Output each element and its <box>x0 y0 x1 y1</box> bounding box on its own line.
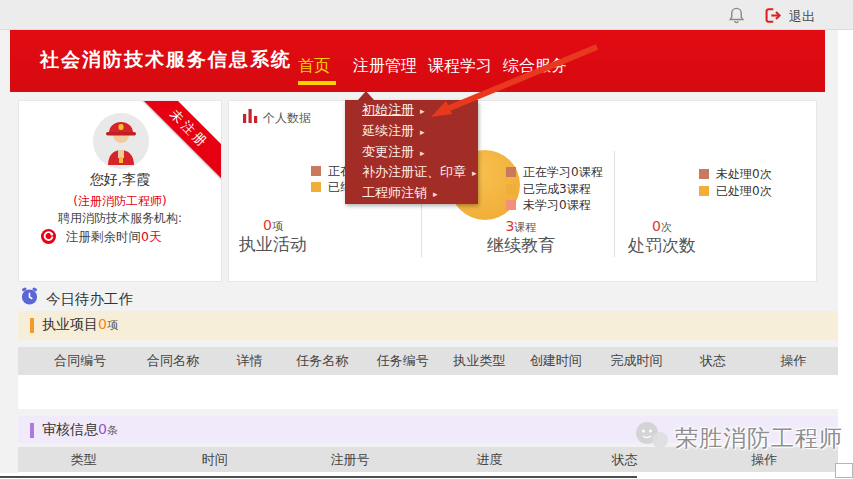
nav-registration[interactable]: 注册管理 <box>353 56 417 77</box>
practice-table-header: 合同编号 合同名称 详情 任务名称 任务编号 执业类型 创建时间 完成时间 状态… <box>18 347 838 375</box>
penalty-label: 处罚次数 <box>582 234 742 257</box>
practice-table-empty-body <box>18 375 838 409</box>
nav-comprehensive-service[interactable]: 综合服务 <box>503 56 567 77</box>
continuing-education-count: 3课程 <box>461 218 581 235</box>
bar-chart-icon <box>243 108 258 127</box>
remaining-time-label: 注册剩余时间 <box>66 229 141 244</box>
watermark: 荣胜消防工程师 <box>634 421 843 455</box>
legend-label: 未学习0课程 <box>523 198 591 212</box>
legend-swatch <box>311 182 321 192</box>
avatar <box>93 113 149 169</box>
col-header: 时间 <box>149 451 280 469</box>
col-header: 完成时间 <box>596 352 677 370</box>
legend-swatch <box>506 200 516 210</box>
legend-swatch <box>699 169 709 179</box>
bottom-border-line <box>0 476 637 478</box>
legend-item: 已完成3课程 <box>506 181 591 198</box>
registration-dropdown-menu: 初始注册▸ 延续注册▸ 变更注册▸ 补办注册证、印章▸ 工程师注销▸ <box>345 100 478 204</box>
submenu-arrow-icon: ▸ <box>433 189 438 199</box>
menu-item-change-registration[interactable]: 变更注册▸ <box>345 142 478 163</box>
legend-label: 已完成3课程 <box>523 182 591 196</box>
user-greeting: 您好,李霞 <box>19 171 221 189</box>
legend-swatch <box>699 186 709 196</box>
todo-section-title: 今日待办工作 <box>46 290 133 309</box>
legend-item: 未处理0次 <box>699 166 772 183</box>
profile-card: 未注册 您好,李霞 (注册消防工程师) 聘用消防技术服务机构: 注册剩余时间0天 <box>18 100 222 282</box>
bottom-right-corner-box <box>835 463 853 478</box>
col-header: 类型 <box>18 451 149 469</box>
legend-swatch <box>506 167 516 177</box>
penalty-count: 0次 <box>602 218 722 235</box>
accent-bar <box>30 318 34 333</box>
watermark-text: 荣胜消防工程师 <box>675 423 843 454</box>
legend-swatch <box>506 184 516 194</box>
submenu-arrow-icon: ▸ <box>472 168 477 178</box>
menu-item-renewal-registration[interactable]: 延续注册▸ <box>345 121 478 142</box>
nav-course-study[interactable]: 课程学习 <box>428 56 492 77</box>
remaining-time-value: 0天 <box>141 229 161 244</box>
col-header: 合同编号 <box>32 352 129 370</box>
col-header: 合同名称 <box>129 352 218 370</box>
practice-projects-band: 执业项目0项 <box>18 311 838 340</box>
menu-item-engineer-cancellation[interactable]: 工程师注销▸ <box>345 183 478 204</box>
continuing-education-label: 继续教育 <box>441 234 601 257</box>
logout-icon[interactable] <box>763 6 782 25</box>
review-info-title: 审核信息0条 <box>42 421 118 439</box>
col-header: 进度 <box>420 451 559 469</box>
col-header: 任务编号 <box>362 352 443 370</box>
practice-activity-count: 0项 <box>213 217 333 234</box>
system-title: 社会消防技术服务信息系统 <box>40 47 292 73</box>
nav-active-underline <box>298 81 336 85</box>
notification-bell-icon[interactable] <box>727 6 746 25</box>
col-header: 详情 <box>217 352 281 370</box>
legend-label: 已处理0次 <box>716 184 772 198</box>
col-header: 状态 <box>677 352 750 370</box>
user-role: (注册消防工程师) <box>19 193 221 210</box>
app-root: 退出 社会消防技术服务信息系统 首页 注册管理 课程学习 综合服务 未注册 您好… <box>0 0 853 479</box>
col-header: 操作 <box>749 352 838 370</box>
submenu-arrow-icon: ▸ <box>420 106 425 116</box>
legend-swatch <box>311 166 321 176</box>
alarm-clock-icon <box>20 287 39 310</box>
legend-label: 正在学习0课程 <box>523 165 603 179</box>
accent-bar <box>30 423 34 438</box>
submenu-arrow-icon: ▸ <box>420 127 425 137</box>
col-header: 执业类型 <box>443 352 516 370</box>
legend-item: 未学习0课程 <box>506 197 591 214</box>
legend-item: 已处理0次 <box>699 183 772 200</box>
practice-activity-label: 执业活动 <box>193 233 353 256</box>
col-header: 创建时间 <box>516 352 597 370</box>
wechat-icon <box>634 421 670 455</box>
employer-label: 聘用消防技术服务机构: <box>19 210 221 227</box>
menu-item-initial-registration[interactable]: 初始注册▸ <box>345 100 478 121</box>
legend-label: 未处理0次 <box>716 167 772 181</box>
utility-bar: 退出 <box>0 0 853 30</box>
menu-item-reissue-certificate-seal[interactable]: 补办注册证、印章▸ <box>345 162 478 183</box>
remaining-time-icon <box>41 229 56 247</box>
legend-item: 正在学习0课程 <box>506 164 603 181</box>
practice-projects-title: 执业项目0项 <box>42 316 118 334</box>
col-header: 注册号 <box>280 451 419 469</box>
main-header: 社会消防技术服务信息系统 首页 注册管理 课程学习 综合服务 <box>10 30 825 92</box>
personal-data-title: 个人数据 <box>263 110 311 127</box>
submenu-arrow-icon: ▸ <box>420 148 425 158</box>
nav-home[interactable]: 首页 <box>298 56 330 77</box>
personal-data-card: 个人数据 正在 已结 0项 执业活动 正在学习0课程 已完成3课程 未学习0课程… <box>228 100 817 282</box>
dropdown-caret <box>358 91 374 100</box>
logout-button[interactable]: 退出 <box>789 8 815 26</box>
registration-remaining-row: 注册剩余时间0天 <box>41 229 161 247</box>
col-header: 任务名称 <box>282 352 363 370</box>
